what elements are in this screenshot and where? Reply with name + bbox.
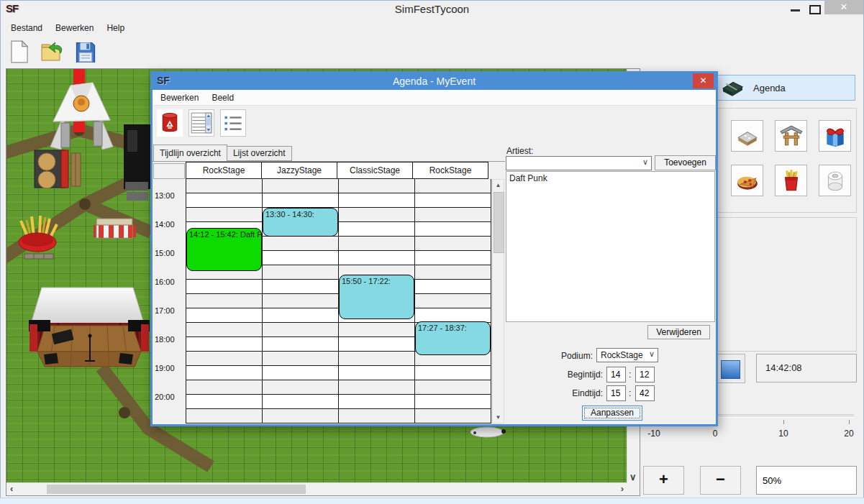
list-view-button[interactable] bbox=[220, 109, 246, 137]
column-header-2: ClassicStage bbox=[337, 162, 413, 179]
begin-hour-field[interactable] bbox=[606, 367, 626, 382]
menu-item-help[interactable]: Help bbox=[100, 22, 131, 35]
save-file-button[interactable] bbox=[72, 38, 99, 65]
artist-listbox[interactable]: Daft Punk bbox=[506, 171, 715, 322]
grid-vline bbox=[414, 179, 415, 423]
chevron-down-icon: ∨ bbox=[649, 349, 655, 359]
tent-icon bbox=[50, 83, 113, 150]
zoom-level-field[interactable] bbox=[756, 466, 857, 495]
tab-1[interactable]: Lijst overzicht bbox=[227, 146, 292, 161]
end-hour-field[interactable] bbox=[606, 385, 626, 401]
menu-item-bewerken[interactable]: Bewerken bbox=[49, 22, 100, 35]
timeline-view-icon bbox=[191, 112, 212, 134]
dialog-menu-bewerken[interactable]: Bewerken bbox=[154, 91, 205, 104]
artist-label: Artiest: bbox=[506, 146, 533, 156]
grid-vline bbox=[491, 179, 491, 423]
minimize-icon bbox=[791, 9, 800, 12]
scroll-up-icon[interactable]: ▲ bbox=[493, 182, 504, 188]
play-button[interactable] bbox=[714, 354, 745, 383]
podium-combobox-value: RockStage bbox=[601, 350, 643, 360]
clock-display: 14:42:08 bbox=[756, 354, 857, 382]
time-label: 16:00 bbox=[155, 278, 175, 286]
begin-time-label: Begintijd: bbox=[512, 370, 603, 380]
main-menu-bar: BestandBewerkenHelp bbox=[0, 20, 646, 36]
open-file-icon bbox=[40, 40, 65, 63]
apply-button[interactable]: Aanpassen bbox=[582, 406, 642, 421]
time-label: 17:00 bbox=[155, 306, 175, 315]
scroll-left-icon[interactable]: ‹ bbox=[10, 483, 13, 495]
dialog-toolbar bbox=[157, 108, 246, 138]
time-colon: : bbox=[629, 370, 631, 380]
tab-0[interactable]: Tijdlijn overzicht bbox=[153, 145, 227, 161]
gift-button[interactable] bbox=[819, 120, 851, 152]
trash-button[interactable] bbox=[157, 109, 183, 137]
zoom-in-button[interactable]: + bbox=[643, 466, 684, 495]
map-horizontal-scrollbar[interactable]: ‹ › bbox=[6, 482, 627, 495]
save-file-icon bbox=[75, 41, 96, 63]
new-file-icon bbox=[9, 40, 30, 63]
schedule-event-1[interactable]: 13:30 - 14:30: bbox=[263, 208, 338, 237]
column-header-1: JazzyStage bbox=[261, 162, 337, 179]
schedule-scroll-thumb[interactable] bbox=[494, 192, 504, 253]
schedule-event-3[interactable]: 17:27 - 18:37: bbox=[415, 321, 491, 355]
maximize-icon bbox=[809, 5, 821, 14]
menu-item-bestand[interactable]: Bestand bbox=[4, 22, 49, 35]
toilet-paper-icon bbox=[823, 168, 847, 193]
column-header-0: RockStage bbox=[186, 162, 262, 179]
toilet-paper-button[interactable] bbox=[819, 165, 851, 196]
trash-icon bbox=[160, 112, 179, 134]
slider-label-20: 20 bbox=[836, 429, 862, 439]
zoom-out-button[interactable]: − bbox=[700, 466, 741, 495]
schedule-scrollbar[interactable]: ▲ ▼ bbox=[492, 179, 504, 423]
pizza-button[interactable] bbox=[731, 165, 763, 196]
artist-list-item[interactable]: Daft Punk bbox=[506, 172, 714, 185]
podium-label: Podium: bbox=[512, 351, 593, 361]
slider-tick-mark bbox=[783, 420, 784, 424]
open-file-button[interactable] bbox=[39, 38, 66, 65]
map-hscroll-thumb[interactable] bbox=[47, 485, 306, 494]
scroll-down-icon[interactable]: ▼ bbox=[493, 414, 504, 421]
time-gutter-header bbox=[153, 163, 185, 179]
stage-icon bbox=[29, 288, 150, 367]
schedule-event-0[interactable]: 14:12 - 15:42: Daft Punk bbox=[186, 228, 262, 271]
end-minute-field[interactable] bbox=[635, 385, 655, 401]
schedule-event-2[interactable]: 15:50 - 17:22: bbox=[339, 275, 414, 319]
dialog-close-button[interactable]: ✕ bbox=[693, 73, 714, 88]
gate-button[interactable] bbox=[775, 120, 807, 152]
agenda-book-icon bbox=[720, 78, 745, 98]
close-button[interactable]: ✕ bbox=[824, 0, 863, 14]
time-colon: : bbox=[629, 388, 631, 398]
new-file-button[interactable] bbox=[6, 38, 33, 65]
add-artist-button[interactable]: Toevoegen bbox=[655, 155, 716, 170]
window-bottom-border bbox=[0, 498, 864, 504]
list-view-icon bbox=[222, 112, 244, 134]
dialog-menu-beeld[interactable]: Beeld bbox=[205, 91, 240, 104]
time-label: 13:00 bbox=[155, 191, 175, 200]
end-time-label: Eindtijd: bbox=[512, 388, 603, 398]
agenda-button-label: Agenda bbox=[753, 83, 786, 93]
begin-minute-field[interactable] bbox=[635, 367, 655, 382]
time-label: 15:00 bbox=[155, 249, 175, 257]
window-title: SimFestTycoon bbox=[0, 0, 864, 20]
maximize-button[interactable] bbox=[803, 0, 824, 17]
slider-label--10: -10 bbox=[641, 429, 667, 439]
pizza-icon bbox=[735, 168, 760, 193]
remove-artist-button[interactable]: Verwijderen bbox=[647, 325, 710, 339]
slider-tick-mark bbox=[849, 420, 850, 424]
schedule-body[interactable]: 14:12 - 15:42: Daft Punk13:30 - 14:30:15… bbox=[186, 179, 491, 423]
fries-button[interactable] bbox=[775, 165, 807, 196]
slider-label-0: 0 bbox=[702, 429, 728, 439]
podium-combobox[interactable]: RockStage ∨ bbox=[596, 348, 658, 362]
scroll-down-icon[interactable]: ∨ bbox=[629, 472, 637, 483]
stage-floor-button[interactable] bbox=[731, 120, 763, 152]
scroll-right-icon[interactable]: › bbox=[621, 483, 624, 495]
scrollbar-corner bbox=[627, 483, 640, 495]
artist-combobox[interactable]: ∨ bbox=[506, 156, 652, 170]
timeline-view-button[interactable] bbox=[188, 109, 214, 137]
grid-vline bbox=[186, 179, 186, 423]
dialog-title-bar[interactable]: SF Agenda - MyEvent ✕ bbox=[153, 73, 716, 90]
dialog-menu-bar: BewerkenBeeld bbox=[153, 90, 716, 106]
stage-column-headers: RockStageJazzyStageClassicStageRockStage bbox=[186, 162, 488, 179]
time-label: 19:00 bbox=[155, 364, 175, 372]
dialog-title: Agenda - MyEvent bbox=[153, 75, 716, 87]
